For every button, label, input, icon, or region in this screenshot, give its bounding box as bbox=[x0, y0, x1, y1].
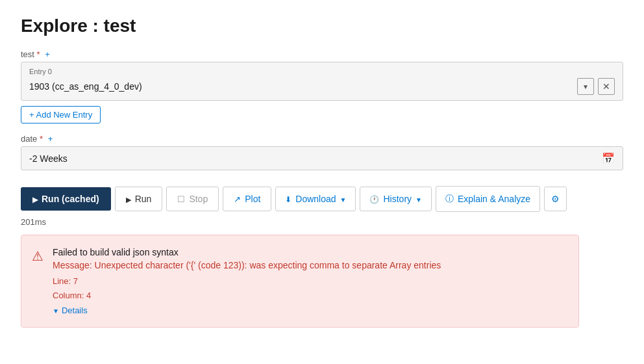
date-required: * bbox=[40, 134, 43, 144]
details-button[interactable]: Details bbox=[53, 306, 88, 315]
stop-label: Stop bbox=[189, 194, 208, 204]
entry-chevron-button[interactable] bbox=[577, 78, 594, 95]
play-icon bbox=[126, 194, 131, 204]
run-label: Run bbox=[135, 194, 152, 204]
error-line: Line: 7 bbox=[53, 274, 565, 289]
plot-button[interactable]: Plot bbox=[223, 187, 271, 211]
entry-controls: ✕ bbox=[577, 78, 615, 95]
entry-row: 1903 (cc_as_eng_4_0_dev) ✕ bbox=[29, 78, 615, 95]
plot-icon bbox=[234, 194, 241, 204]
test-required: * bbox=[37, 49, 40, 59]
more-options-button[interactable]: ⚙ bbox=[544, 187, 567, 211]
error-title: Failed to build valid json syntax bbox=[53, 247, 565, 257]
toolbar: Run (cached) Run Stop Plot Download Hist… bbox=[21, 186, 623, 212]
page-title: Explore : test bbox=[21, 16, 623, 36]
date-plus[interactable]: + bbox=[48, 134, 53, 144]
entry-box: Entry 0 1903 (cc_as_eng_4_0_dev) ✕ bbox=[21, 62, 623, 101]
history-chevron-icon bbox=[415, 194, 422, 204]
run-button[interactable]: Run bbox=[115, 187, 163, 211]
error-column: Column: 4 bbox=[53, 289, 565, 303]
gear-icon: ⚙ bbox=[551, 194, 560, 204]
history-button[interactable]: History bbox=[360, 187, 431, 211]
error-icon: ⚠ bbox=[32, 248, 43, 264]
stop-icon bbox=[177, 194, 185, 204]
download-chevron-icon bbox=[340, 194, 347, 204]
history-label: History bbox=[383, 194, 412, 204]
entry-value: 1903 (cc_as_eng_4_0_dev) bbox=[29, 81, 142, 92]
chevron-down-icon bbox=[582, 82, 589, 91]
date-param-label: date * + bbox=[21, 134, 623, 144]
entry-close-button[interactable]: ✕ bbox=[598, 78, 615, 95]
plot-label: Plot bbox=[245, 194, 260, 204]
details-chevron-icon bbox=[53, 306, 59, 315]
entry-label: Entry 0 bbox=[29, 68, 615, 75]
explain-icon bbox=[445, 193, 454, 205]
download-icon bbox=[285, 194, 291, 204]
run-cached-label: Run (cached) bbox=[42, 194, 99, 204]
timing: 201ms bbox=[21, 217, 623, 227]
error-box: ⚠ Failed to build valid json syntax Mess… bbox=[21, 235, 579, 328]
history-icon bbox=[369, 194, 379, 204]
details-label: Details bbox=[62, 306, 88, 315]
date-value: -2 Weeks bbox=[29, 153, 68, 164]
test-plus[interactable]: + bbox=[45, 49, 50, 59]
download-label: Download bbox=[295, 194, 336, 204]
test-param-label: test * + bbox=[21, 49, 623, 59]
calendar-icon[interactable]: 📅 bbox=[602, 152, 615, 164]
download-button[interactable]: Download bbox=[275, 187, 356, 211]
error-meta: Line: 7 Column: 4 bbox=[53, 274, 565, 303]
explain-button[interactable]: Explain & Analyze bbox=[436, 186, 540, 212]
play-cached-icon bbox=[32, 194, 38, 204]
error-content: Failed to build valid json syntax Messag… bbox=[53, 247, 565, 315]
date-box: -2 Weeks 📅 bbox=[21, 146, 623, 170]
stop-button[interactable]: Stop bbox=[166, 187, 219, 211]
error-message: Message: Unexpected character ('{' (code… bbox=[53, 260, 565, 270]
explain-label: Explain & Analyze bbox=[458, 194, 530, 204]
run-cached-button[interactable]: Run (cached) bbox=[21, 187, 111, 211]
add-entry-button[interactable]: + Add New Entry bbox=[21, 106, 101, 124]
